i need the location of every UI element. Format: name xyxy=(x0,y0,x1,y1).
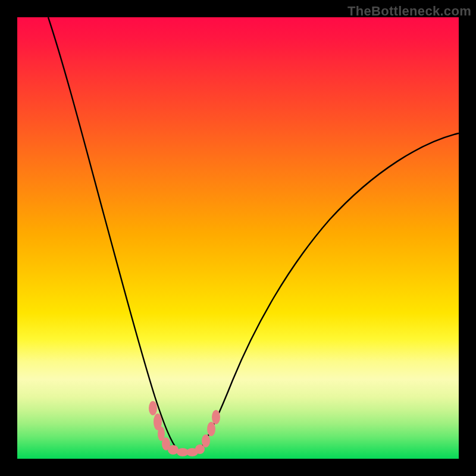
right-curve xyxy=(200,133,459,450)
svg-point-9 xyxy=(207,422,215,436)
chart-frame: TheBottleneck.com xyxy=(0,0,476,476)
plot-area xyxy=(17,17,459,459)
svg-point-0 xyxy=(149,401,157,415)
svg-point-10 xyxy=(212,410,220,424)
left-curve xyxy=(48,17,178,450)
watermark-text: TheBottleneck.com xyxy=(347,4,471,19)
curves-layer xyxy=(17,17,459,459)
svg-point-8 xyxy=(202,434,210,447)
